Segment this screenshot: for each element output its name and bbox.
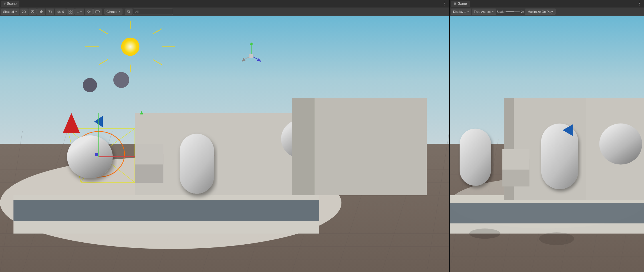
svg-rect-45 [13,200,319,221]
2d-button[interactable]: 2D [20,9,28,15]
scene-tab-bar: # Scene ⋮ [0,0,449,7]
svg-point-10 [88,11,90,13]
svg-point-17 [127,10,130,13]
svg-line-3 [49,11,50,13]
svg-point-116 [599,124,642,165]
svg-rect-7 [71,10,72,11]
toolbar-sep-1 [103,9,103,14]
scale-slider[interactable] [506,11,520,12]
audio-icon [39,10,43,14]
maximize-button[interactable]: Maximize On Play [525,9,556,15]
aspect-dropdown[interactable]: Free Aspect ▼ [472,9,496,15]
shaded-dropdown[interactable]: Shaded ▼ [1,9,19,15]
eye-icon: 0 [57,10,61,13]
svg-point-65 [113,72,129,88]
svg-rect-113 [502,149,530,170]
audio-button[interactable] [37,9,45,15]
svg-rect-115 [541,124,578,189]
aspect-label: Free Aspect [474,10,491,13]
scene-tab-icon: # [4,2,6,5]
game-tab-icon: ⊞ [454,2,456,5]
visibility-button[interactable]: 0 0 [55,9,66,15]
visibility-label: 0 [62,10,64,13]
display-chevron: ▼ [467,10,469,13]
gizmos-chevron: ▼ [118,10,120,13]
svg-marker-2 [40,10,42,13]
svg-rect-75 [135,144,163,165]
svg-point-119 [539,232,574,245]
gizmos-label: Gizmos [106,10,117,13]
svg-point-46 [121,38,139,56]
svg-rect-80 [292,98,315,195]
layers-dropdown[interactable]: 1 ▼ [75,9,84,15]
search-icon [127,10,130,13]
svg-text:0: 0 [58,12,60,13]
search-icon-btn [125,9,132,15]
svg-rect-89 [249,54,253,58]
persp-button[interactable] [29,9,37,15]
settings-icon [87,10,91,14]
game-tab-bar: ⊞ Game ⋮ [450,0,644,7]
game-svg [450,16,644,272]
scale-control: Scale 2x [497,10,524,13]
fx-button[interactable] [46,9,54,15]
game-toolbar: Display 1 ▼ Free Aspect ▼ Scale 2x Maxim… [450,7,644,16]
camera-icon [95,10,100,14]
layers-label: 1 [77,10,79,13]
scene-tab-label: Scene [7,2,17,6]
shaded-label: Shaded [3,10,14,13]
panels-row: # Scene ⋮ Shaded ▼ 2D [0,0,644,272]
fx-icon [48,10,52,14]
svg-point-1 [32,11,33,12]
scale-label: Scale [497,10,505,13]
layers-chevron: ▼ [80,10,82,13]
game-panel: ⊞ Game ⋮ Display 1 ▼ Free Aspect ▼ Scale [450,0,644,272]
toolbar-sep-2 [124,9,124,14]
scene-more-button[interactable]: ⋮ [441,1,448,6]
display-label: Display 1 [453,10,466,13]
svg-rect-73 [95,153,98,156]
svg-text:y: y [252,41,253,45]
game-tab[interactable]: ⊞ Game [451,1,470,7]
svg-rect-8 [69,12,70,13]
svg-point-118 [469,229,500,239]
settings-button[interactable] [85,9,93,15]
maximize-label: Maximize On Play [528,10,553,13]
game-tab-label: Game [458,2,467,6]
game-more-button[interactable]: ⋮ [636,1,643,6]
display-dropdown[interactable]: Display 1 ▼ [451,9,471,15]
grid-icon [69,10,73,14]
persp-icon [31,10,35,14]
scene-svg: y z [0,16,449,272]
svg-rect-107 [450,203,644,223]
main-container: # Scene ⋮ Shaded ▼ 2D [0,0,644,272]
svg-line-18 [129,12,130,13]
svg-rect-111 [460,129,491,186]
scene-toolbar: Shaded ▼ 2D [0,7,449,16]
grid-button[interactable] [67,9,75,15]
scale-value: 2x [521,10,524,13]
scene-canvas: y z [0,16,449,272]
shaded-chevron: ▼ [15,10,17,13]
game-viewport[interactable] [450,16,644,272]
svg-rect-6 [69,10,70,11]
scene-viewport[interactable]: y z [0,16,449,272]
search-input[interactable] [133,9,173,15]
svg-text:z: z [260,60,261,63]
aspect-chevron: ▼ [492,10,494,13]
svg-point-64 [83,78,97,92]
scene-tab[interactable]: # Scene [1,1,19,7]
gizmos-button[interactable]: Gizmos ▼ [104,9,122,15]
svg-rect-9 [71,12,72,13]
scene-panel: # Scene ⋮ Shaded ▼ 2D [0,0,450,272]
svg-rect-15 [96,11,99,13]
svg-rect-77 [180,134,214,194]
2d-label: 2D [22,10,26,13]
camera-button[interactable] [93,9,102,15]
